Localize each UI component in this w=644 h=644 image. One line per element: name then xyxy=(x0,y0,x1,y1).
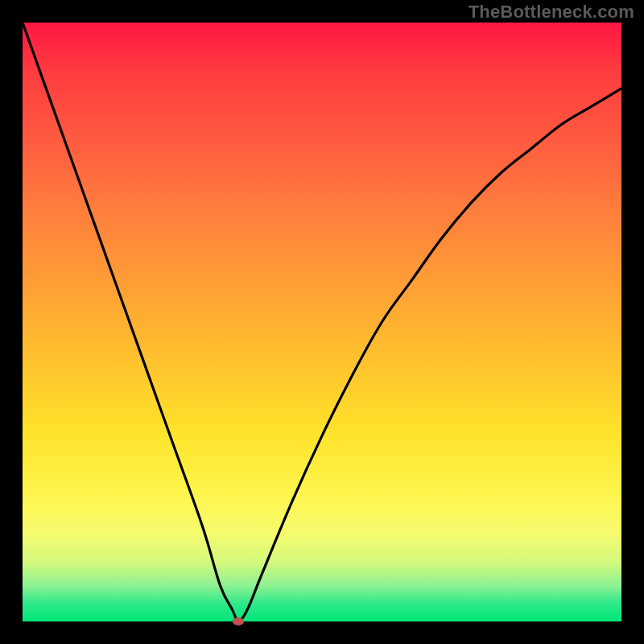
watermark-text: TheBottleneck.com xyxy=(469,2,634,23)
plot-area xyxy=(23,23,621,621)
optimal-point-marker xyxy=(233,617,244,625)
bottleneck-curve xyxy=(23,23,621,621)
curve-path xyxy=(23,23,621,621)
chart-frame: TheBottleneck.com xyxy=(0,0,644,644)
